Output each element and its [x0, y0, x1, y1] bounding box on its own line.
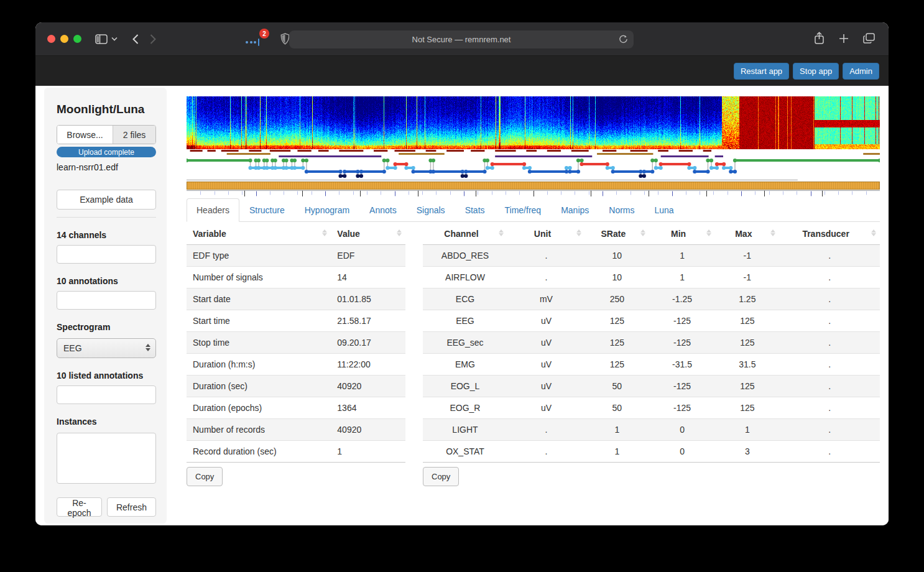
table-cell: 40920: [331, 419, 405, 441]
tab-stats[interactable]: Stats: [455, 198, 495, 222]
table-cell: .: [779, 397, 880, 419]
tab-manips[interactable]: Manips: [551, 198, 599, 222]
tab-overview-icon[interactable]: [863, 33, 875, 44]
column-header-srate[interactable]: SRate: [585, 223, 649, 245]
example-data-button[interactable]: Example data: [57, 190, 156, 210]
instances-textarea[interactable]: [57, 433, 156, 484]
stop-app-button[interactable]: Stop app: [793, 63, 839, 80]
tab-annots[interactable]: Annots: [359, 198, 407, 222]
copy-headers-button[interactable]: Copy: [187, 467, 223, 486]
column-header-variable[interactable]: Variable: [187, 223, 331, 245]
table-cell: 125: [585, 332, 649, 354]
table-cell: 01.01.85: [331, 288, 405, 310]
table-cell: 1: [585, 419, 649, 441]
uploaded-filename: learn-nsrr01.edf: [57, 162, 156, 172]
browse-button[interactable]: Browse...: [57, 126, 113, 144]
column-header-min[interactable]: Min: [649, 223, 716, 245]
table-cell: Duration (h:m:s): [187, 354, 331, 376]
restart-app-button[interactable]: Restart app: [734, 63, 789, 80]
table-cell: .: [507, 245, 585, 267]
column-header-value[interactable]: Value: [331, 223, 405, 245]
table-cell: Stop time: [187, 332, 331, 354]
new-tab-icon[interactable]: [839, 34, 849, 44]
privacy-shield-icon[interactable]: [280, 33, 290, 45]
column-header-max[interactable]: Max: [715, 223, 779, 245]
table-cell: .: [779, 419, 880, 441]
sidebar-divider: [57, 217, 156, 218]
table-row: EMGuV125-31.531.5.: [423, 354, 880, 376]
tab-structure[interactable]: Structure: [239, 198, 295, 222]
close-window-button[interactable]: [47, 35, 55, 43]
table-cell: 1: [585, 441, 649, 463]
spectrogram-select[interactable]: EEG: [57, 338, 156, 358]
table-cell: Duration (sec): [187, 376, 331, 397]
refresh-button[interactable]: Refresh: [107, 497, 156, 517]
table-cell: EEG_sec: [423, 332, 507, 354]
spectrogram-select-value: EEG: [63, 343, 82, 353]
table-cell: -1: [715, 267, 779, 288]
column-header-transducer[interactable]: Transducer: [779, 223, 880, 245]
table-cell: .: [779, 354, 880, 376]
forward-button[interactable]: [150, 34, 156, 44]
table-cell: 1: [649, 267, 716, 288]
share-icon[interactable]: [814, 32, 825, 45]
browser-toolbar: 2 Not Secure — remnrem.net: [35, 22, 889, 56]
sort-icon: [322, 229, 327, 236]
table-row: ECGmV250-1.251.25.: [423, 288, 880, 310]
table-cell: 1: [715, 419, 779, 441]
table-row: EDF typeEDF: [187, 245, 405, 267]
file-upload-input[interactable]: Browse... 2 files: [57, 125, 156, 144]
tab-time-freq[interactable]: Time/freq: [495, 198, 552, 222]
table-cell: uV: [507, 310, 585, 332]
chevron-down-icon[interactable]: [111, 37, 118, 41]
spectrogram-label: Spectrogram: [57, 322, 156, 332]
table-cell: 50: [585, 397, 649, 419]
column-header-unit[interactable]: Unit: [507, 223, 585, 245]
tab-luna[interactable]: Luna: [645, 198, 684, 222]
table-cell: .: [779, 310, 880, 332]
address-bar[interactable]: Not Secure — remnrem.net: [289, 30, 634, 48]
listed-annotations-input[interactable]: [57, 385, 156, 404]
table-cell: Number of records: [187, 419, 331, 441]
table-cell: Record duration (sec): [187, 441, 331, 463]
table-cell: LIGHT: [423, 419, 507, 441]
table-cell: uV: [507, 354, 585, 376]
table-cell: 125: [715, 397, 779, 419]
table-cell: -1: [715, 245, 779, 267]
table-cell: 250: [585, 288, 649, 310]
instances-label: Instances: [57, 417, 156, 427]
table-cell: -1.25: [649, 288, 716, 310]
reload-icon[interactable]: [619, 34, 628, 44]
table-row: Duration (epochs)1364: [187, 397, 405, 419]
table-cell: uV: [507, 397, 585, 419]
sidebar-toggle-icon[interactable]: [95, 34, 108, 44]
table-cell: -125: [649, 376, 716, 397]
tab-headers[interactable]: Headers: [187, 198, 239, 222]
table-cell: uV: [507, 376, 585, 397]
zoom-window-button[interactable]: [73, 35, 81, 43]
table-cell: EOG_R: [423, 397, 507, 419]
copy-channels-button[interactable]: Copy: [423, 467, 459, 486]
sort-icon: [499, 229, 504, 236]
table-row: ABDO_RES.101-1.: [423, 245, 880, 267]
table-cell: .: [779, 441, 880, 463]
main-content: HeadersStructureHypnogramAnnotsSignalsSt…: [187, 96, 880, 486]
table-cell: ECG: [423, 288, 507, 310]
tab-signals[interactable]: Signals: [407, 198, 455, 222]
tab-hypnogram[interactable]: Hypnogram: [295, 198, 359, 222]
extensions-icon[interactable]: 2: [244, 31, 269, 48]
column-header-channel[interactable]: Channel: [423, 223, 507, 245]
table-cell: EOG_L: [423, 376, 507, 397]
annotations-input[interactable]: [57, 291, 156, 310]
tab-norms[interactable]: Norms: [599, 198, 644, 222]
admin-button[interactable]: Admin: [843, 63, 879, 80]
channels-input[interactable]: [57, 245, 156, 264]
reepoch-button[interactable]: Re-epoch: [57, 497, 102, 517]
table-row: EEG_secuV125-125125.: [423, 332, 880, 354]
table-cell: AIRFLOW: [423, 267, 507, 288]
minimize-window-button[interactable]: [60, 35, 68, 43]
channels-label: 14 channels: [57, 230, 156, 240]
table-cell: 1: [331, 441, 405, 463]
table-cell: .: [507, 419, 585, 441]
back-button[interactable]: [132, 34, 139, 44]
